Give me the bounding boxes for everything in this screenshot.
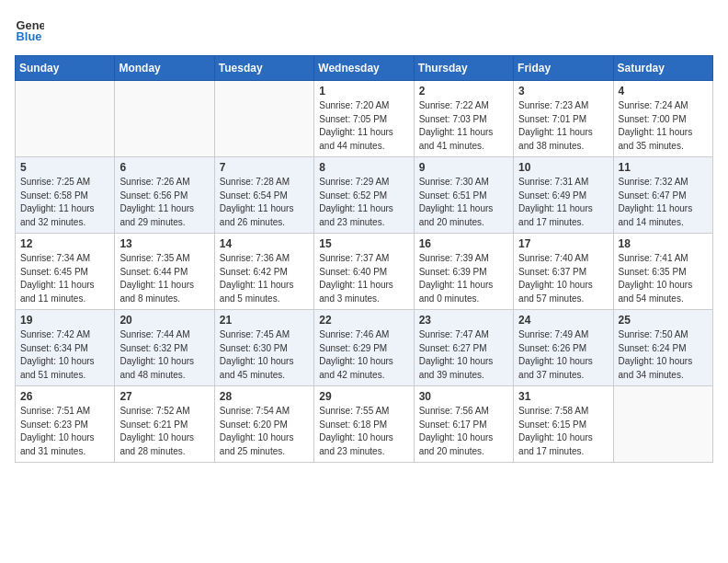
day-header-friday: Friday xyxy=(514,56,613,81)
day-info: Sunrise: 7:47 AM Sunset: 6:27 PM Dayligh… xyxy=(419,328,508,382)
calendar-cell: 15Sunrise: 7:37 AM Sunset: 6:40 PM Dayli… xyxy=(314,234,414,310)
calendar-cell: 20Sunrise: 7:44 AM Sunset: 6:32 PM Dayli… xyxy=(115,310,214,386)
calendar-cell: 14Sunrise: 7:36 AM Sunset: 6:42 PM Dayli… xyxy=(214,234,313,310)
day-number: 5 xyxy=(20,161,109,174)
day-info: Sunrise: 7:44 AM Sunset: 6:32 PM Dayligh… xyxy=(119,328,209,382)
calendar-cell: 21Sunrise: 7:45 AM Sunset: 6:30 PM Dayli… xyxy=(214,310,313,386)
day-info: Sunrise: 7:58 AM Sunset: 6:15 PM Dayligh… xyxy=(518,405,608,458)
calendar-cell: 17Sunrise: 7:40 AM Sunset: 6:37 PM Dayli… xyxy=(514,234,613,310)
calendar-cell: 4Sunrise: 7:24 AM Sunset: 7:00 PM Daylig… xyxy=(613,81,712,157)
day-number: 9 xyxy=(419,161,508,174)
calendar-cell: 29Sunrise: 7:55 AM Sunset: 6:18 PM Dayli… xyxy=(314,386,414,463)
calendar-week-row: 26Sunrise: 7:51 AM Sunset: 6:23 PM Dayli… xyxy=(16,386,713,463)
calendar-cell: 30Sunrise: 7:56 AM Sunset: 6:17 PM Dayli… xyxy=(414,386,513,463)
calendar-cell: 2Sunrise: 7:22 AM Sunset: 7:03 PM Daylig… xyxy=(414,81,513,157)
calendar-cell: 10Sunrise: 7:31 AM Sunset: 6:49 PM Dayli… xyxy=(514,157,613,234)
day-number: 4 xyxy=(619,85,708,98)
calendar-cell: 9Sunrise: 7:30 AM Sunset: 6:51 PM Daylig… xyxy=(414,157,513,234)
day-info: Sunrise: 7:24 AM Sunset: 7:00 PM Dayligh… xyxy=(619,99,708,153)
day-info: Sunrise: 7:41 AM Sunset: 6:35 PM Dayligh… xyxy=(619,252,708,305)
calendar-cell: 16Sunrise: 7:39 AM Sunset: 6:39 PM Dayli… xyxy=(414,234,513,310)
day-info: Sunrise: 7:54 AM Sunset: 6:20 PM Dayligh… xyxy=(220,405,309,458)
logo: General Blue xyxy=(15,15,48,44)
day-info: Sunrise: 7:34 AM Sunset: 6:45 PM Dayligh… xyxy=(20,252,109,305)
calendar-cell xyxy=(16,81,115,157)
day-info: Sunrise: 7:26 AM Sunset: 6:56 PM Dayligh… xyxy=(119,176,209,229)
day-number: 27 xyxy=(119,390,209,403)
day-info: Sunrise: 7:46 AM Sunset: 6:29 PM Dayligh… xyxy=(319,328,408,382)
day-info: Sunrise: 7:32 AM Sunset: 6:47 PM Dayligh… xyxy=(619,176,708,229)
calendar-cell: 22Sunrise: 7:46 AM Sunset: 6:29 PM Dayli… xyxy=(314,310,414,386)
day-info: Sunrise: 7:39 AM Sunset: 6:39 PM Dayligh… xyxy=(419,252,508,305)
day-number: 16 xyxy=(419,237,508,250)
day-header-thursday: Thursday xyxy=(414,56,513,81)
day-info: Sunrise: 7:45 AM Sunset: 6:30 PM Dayligh… xyxy=(220,328,309,382)
day-info: Sunrise: 7:25 AM Sunset: 6:58 PM Dayligh… xyxy=(20,176,109,229)
calendar-cell: 27Sunrise: 7:52 AM Sunset: 6:21 PM Dayli… xyxy=(115,386,214,463)
calendar-cell xyxy=(214,81,313,157)
day-number: 11 xyxy=(619,161,708,174)
calendar-table: SundayMondayTuesdayWednesdayThursdayFrid… xyxy=(15,55,713,463)
day-number: 13 xyxy=(119,237,209,250)
day-info: Sunrise: 7:30 AM Sunset: 6:51 PM Dayligh… xyxy=(419,176,508,229)
day-number: 26 xyxy=(20,390,109,403)
day-header-monday: Monday xyxy=(115,56,214,81)
day-info: Sunrise: 7:55 AM Sunset: 6:18 PM Dayligh… xyxy=(319,405,408,458)
day-number: 3 xyxy=(518,85,608,98)
day-number: 12 xyxy=(20,237,109,250)
day-number: 22 xyxy=(319,314,408,327)
day-number: 28 xyxy=(220,390,309,403)
calendar-week-row: 19Sunrise: 7:42 AM Sunset: 6:34 PM Dayli… xyxy=(16,310,713,386)
day-header-tuesday: Tuesday xyxy=(214,56,313,81)
day-info: Sunrise: 7:20 AM Sunset: 7:05 PM Dayligh… xyxy=(319,99,408,153)
day-number: 18 xyxy=(619,237,708,250)
calendar-cell: 11Sunrise: 7:32 AM Sunset: 6:47 PM Dayli… xyxy=(613,157,712,234)
calendar-cell xyxy=(115,81,214,157)
day-number: 25 xyxy=(619,314,708,327)
calendar-cell: 3Sunrise: 7:23 AM Sunset: 7:01 PM Daylig… xyxy=(514,81,613,157)
calendar-week-row: 5Sunrise: 7:25 AM Sunset: 6:58 PM Daylig… xyxy=(16,157,713,234)
day-number: 23 xyxy=(419,314,508,327)
day-number: 1 xyxy=(319,85,408,98)
calendar-cell: 31Sunrise: 7:58 AM Sunset: 6:15 PM Dayli… xyxy=(514,386,613,463)
day-header-wednesday: Wednesday xyxy=(314,56,414,81)
day-number: 6 xyxy=(119,161,209,174)
day-number: 8 xyxy=(319,161,408,174)
day-info: Sunrise: 7:51 AM Sunset: 6:23 PM Dayligh… xyxy=(20,405,109,458)
day-header-sunday: Sunday xyxy=(16,56,115,81)
day-info: Sunrise: 7:42 AM Sunset: 6:34 PM Dayligh… xyxy=(20,328,109,382)
day-number: 7 xyxy=(220,161,309,174)
calendar-cell: 26Sunrise: 7:51 AM Sunset: 6:23 PM Dayli… xyxy=(16,386,115,463)
day-number: 30 xyxy=(419,390,508,403)
day-number: 20 xyxy=(119,314,209,327)
calendar-cell: 28Sunrise: 7:54 AM Sunset: 6:20 PM Dayli… xyxy=(214,386,313,463)
day-info: Sunrise: 7:23 AM Sunset: 7:01 PM Dayligh… xyxy=(518,99,608,153)
calendar-cell: 5Sunrise: 7:25 AM Sunset: 6:58 PM Daylig… xyxy=(16,157,115,234)
day-number: 31 xyxy=(518,390,608,403)
calendar-cell: 18Sunrise: 7:41 AM Sunset: 6:35 PM Dayli… xyxy=(613,234,712,310)
day-info: Sunrise: 7:52 AM Sunset: 6:21 PM Dayligh… xyxy=(119,405,209,458)
day-number: 29 xyxy=(319,390,408,403)
day-info: Sunrise: 7:22 AM Sunset: 7:03 PM Dayligh… xyxy=(419,99,508,153)
day-number: 19 xyxy=(20,314,109,327)
page-header: General Blue xyxy=(15,15,713,44)
day-number: 21 xyxy=(220,314,309,327)
day-number: 15 xyxy=(319,237,408,250)
day-info: Sunrise: 7:56 AM Sunset: 6:17 PM Dayligh… xyxy=(419,405,508,458)
svg-text:Blue: Blue xyxy=(17,29,42,43)
calendar-cell: 1Sunrise: 7:20 AM Sunset: 7:05 PM Daylig… xyxy=(314,81,414,157)
day-number: 17 xyxy=(518,237,608,250)
day-number: 2 xyxy=(419,85,508,98)
day-info: Sunrise: 7:29 AM Sunset: 6:52 PM Dayligh… xyxy=(319,176,408,229)
calendar-header-row: SundayMondayTuesdayWednesdayThursdayFrid… xyxy=(16,56,713,81)
day-info: Sunrise: 7:49 AM Sunset: 6:26 PM Dayligh… xyxy=(518,328,608,382)
calendar-cell: 12Sunrise: 7:34 AM Sunset: 6:45 PM Dayli… xyxy=(16,234,115,310)
day-info: Sunrise: 7:28 AM Sunset: 6:54 PM Dayligh… xyxy=(220,176,309,229)
day-header-saturday: Saturday xyxy=(613,56,712,81)
calendar-cell: 19Sunrise: 7:42 AM Sunset: 6:34 PM Dayli… xyxy=(16,310,115,386)
calendar-cell: 25Sunrise: 7:50 AM Sunset: 6:24 PM Dayli… xyxy=(613,310,712,386)
calendar-cell: 6Sunrise: 7:26 AM Sunset: 6:56 PM Daylig… xyxy=(115,157,214,234)
calendar-cell: 13Sunrise: 7:35 AM Sunset: 6:44 PM Dayli… xyxy=(115,234,214,310)
day-info: Sunrise: 7:50 AM Sunset: 6:24 PM Dayligh… xyxy=(619,328,708,382)
calendar-cell: 24Sunrise: 7:49 AM Sunset: 6:26 PM Dayli… xyxy=(514,310,613,386)
